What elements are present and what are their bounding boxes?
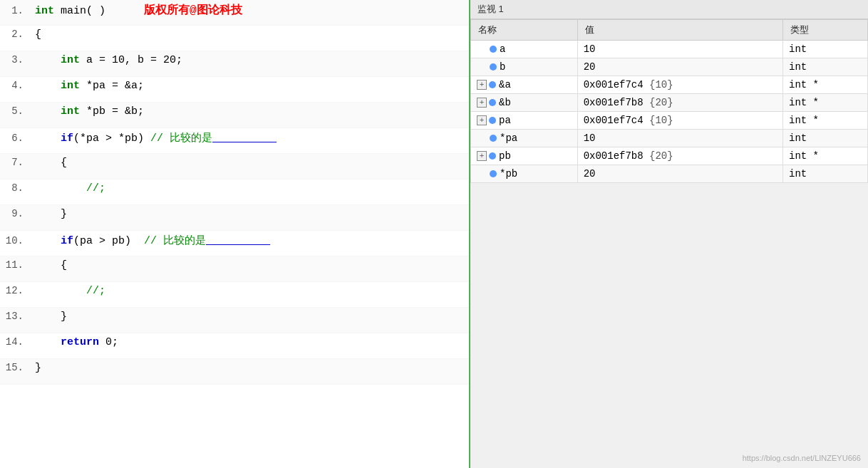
watch-var-value: 10 [577,41,782,58]
code-token [35,235,61,247]
line-content: int *pb = &b; [32,105,469,118]
var-name-text: a [500,43,505,55]
code-token: } [35,208,67,220]
watch-title: 监视 1 [470,0,868,19]
code-token: int [61,54,86,66]
code-token: (pa > pb) [73,235,144,247]
line-number: 7. [0,157,32,168]
code-token: // 比较的是 [150,132,212,145]
line-content: } [32,208,469,220]
code-token: a = 10, b = 20; [86,54,182,66]
line-number: 8. [0,182,32,194]
code-line-6: 6. if(*pa > *pb) // 比较的是__________ [0,128,469,154]
code-token: main( ) [61,5,105,17]
line-number: 6. [0,132,32,144]
watch-var-name: *pa [471,130,578,147]
code-line-12: 12. //; [0,282,469,308]
line-content: { [32,157,469,169]
value-text: 0x001ef7b8 [584,97,644,108]
code-token: { [35,28,41,41]
code-token [35,105,61,118]
dot-icon [490,63,497,71]
code-token: *pa = &a; [86,80,144,92]
watch-var-name: a [471,41,578,58]
expand-icon[interactable]: + [477,80,487,90]
watch-var-name: *pb [471,165,578,183]
value-text: 10 [584,43,596,55]
curly-value: {20} [644,150,673,162]
watch-var-value: 20 [577,165,782,183]
code-token [35,132,61,145]
expand-icon[interactable]: + [477,98,487,108]
code-token: 版权所有@图论科技 [144,4,242,17]
watch-var-value: 20 [577,58,782,76]
watch-var-value: 0x001ef7b8 {20} [577,147,782,165]
code-token: __________ [212,132,277,145]
code-line-15: 15.} [0,359,469,385]
var-name-text: *pb [500,168,517,180]
watch-var-name: +&a [471,76,578,94]
value-text: 10 [584,132,596,144]
expand-icon[interactable]: + [477,115,487,125]
code-token: } [35,362,41,374]
code-token [35,80,61,92]
line-number: 2. [0,28,32,40]
code-token: return [61,336,105,348]
code-token: *pb = &b; [86,105,144,118]
value-text: 0x001ef7c4 [584,79,644,90]
watch-var-name: +&b [471,94,578,112]
watch-var-name: +pa [471,112,578,130]
value-text: 0x001ef7b8 [584,150,644,162]
watch-row-6: +pb0x001ef7b8 {20}int * [471,147,868,165]
code-token: { [35,157,67,169]
var-name-text: &b [499,97,511,108]
line-number: 12. [0,285,32,296]
dot-icon [489,152,496,160]
curly-value: {10} [644,79,673,90]
curly-value: {10} [644,115,673,126]
line-content: //; [32,182,469,194]
line-content: if(pa > pb) // 比较的是__________ [32,234,469,247]
line-number: 4. [0,80,32,91]
watch-var-type: int [783,165,868,183]
var-name-text: *pa [500,132,517,144]
code-panel: 1.int main( ) 版权所有@图论科技2.{3. int a = 10,… [0,0,470,468]
code-token: { [35,259,67,271]
watch-row-3: +&b0x001ef7b8 {20}int * [471,94,868,112]
var-name-text: &a [499,79,511,90]
code-line-3: 3. int a = 10, b = 20; [0,51,469,77]
watch-table: 名称值类型 a10intb20int+&a0x001ef7c4 {10}int … [470,19,868,183]
line-content: int a = 10, b = 20; [32,54,469,66]
line-content: int main( ) 版权所有@图论科技 [32,3,469,18]
line-number: 11. [0,259,32,271]
watch-var-name: +pb [471,147,578,165]
watch-row-7: *pb20int [471,165,868,183]
line-number: 10. [0,235,32,246]
code-token: int [61,80,86,92]
dot-icon [489,81,496,88]
line-number: 9. [0,208,32,219]
code-line-10: 10. if(pa > pb) // 比较的是__________ [0,231,469,256]
watch-var-value: 0x001ef7c4 {10} [577,112,782,130]
value-text: 20 [584,168,596,180]
code-token: //; [86,285,105,297]
value-text: 0x001ef7c4 [584,115,644,126]
code-line-1: 1.int main( ) 版权所有@图论科技 [0,0,469,26]
line-content: if(*pa > *pb) // 比较的是__________ [32,131,469,145]
code-line-9: 9. } [0,205,469,231]
watch-var-type: int * [783,94,868,112]
expand-icon[interactable]: + [477,151,487,161]
var-name-text: pb [499,150,511,162]
line-number: 1. [0,5,32,16]
code-token: if [61,132,73,145]
watch-var-type: int [783,41,868,58]
code-token [35,54,61,66]
line-number: 3. [0,54,32,66]
code-token: if [61,235,73,247]
code-token: //; [86,182,105,194]
code-token [105,5,144,17]
watch-row-2: +&a0x001ef7c4 {10}int * [471,76,868,94]
code-token: } [35,311,67,323]
watch-col-header-0: 名称 [471,20,578,41]
code-token: 0; [105,336,118,348]
